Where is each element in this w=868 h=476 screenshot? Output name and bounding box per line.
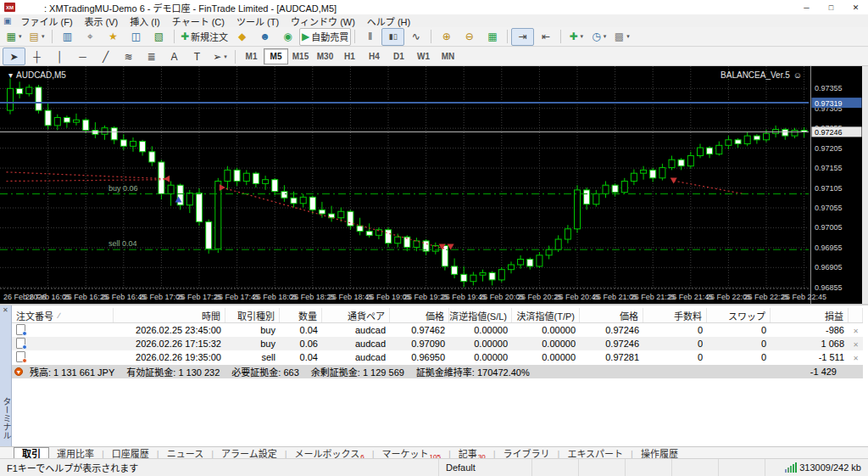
menu-item-3[interactable]: チャート (C) xyxy=(166,14,231,28)
chart-area[interactable]: buy 0.06sell 0.040.973550.973050.972550.… xyxy=(0,66,868,304)
close-position-button[interactable]: ✕ xyxy=(853,355,859,362)
text-button[interactable]: A xyxy=(163,48,186,65)
templates-button[interactable]: ▩▾ xyxy=(610,28,633,46)
column-header-1[interactable]: 時間 xyxy=(114,308,225,322)
column-header-10[interactable]: スワップ xyxy=(707,308,771,322)
toolbar-separator xyxy=(431,30,431,43)
autotrading-button[interactable]: ▶自動売買 xyxy=(299,28,351,46)
candle-chart-icon: ▮▯ xyxy=(389,32,398,41)
new-chart-button[interactable]: ▦▾ xyxy=(3,28,25,46)
column-header-6[interactable]: 決済逆指値(S/L) xyxy=(449,308,512,322)
order-row-0[interactable]: 2026.02.25 23:45:00buy0.04audcad0.974620… xyxy=(12,323,863,337)
crosshair-button[interactable]: ┼ xyxy=(25,48,48,65)
summary-part-4: 証拠金維持率: 170472.40% xyxy=(416,367,530,378)
auto-scroll-button[interactable]: ⇥ xyxy=(511,28,534,46)
timeframe-m1-button[interactable]: M1 xyxy=(239,48,264,64)
chart-shift-button[interactable]: ⇤ xyxy=(534,28,557,46)
balance-icon: ▼ xyxy=(14,367,23,376)
timeframe-m30-button[interactable]: M30 xyxy=(313,48,337,64)
connection-status: 313009/242 kb xyxy=(778,459,868,476)
maximize-button[interactable]: □ xyxy=(819,0,843,14)
periods-button[interactable]: ◷▾ xyxy=(587,28,610,46)
timeframe-m5-button[interactable]: M5 xyxy=(264,48,288,64)
menu-item-2[interactable]: 挿入 (I) xyxy=(124,14,165,28)
menu-item-0[interactable]: ファイル (F) xyxy=(14,14,78,28)
chevron-down-icon[interactable]: ▾ xyxy=(604,33,607,40)
zoom-out-button[interactable]: ⊖ xyxy=(458,28,481,46)
cursor-button[interactable]: ➤ xyxy=(3,48,25,65)
column-header-8[interactable]: 価格 xyxy=(580,308,643,322)
close-position-button[interactable]: ✕ xyxy=(853,341,859,349)
fibonacci-button[interactable]: ≣ xyxy=(140,48,163,65)
menu-item-1[interactable]: 表示 (V) xyxy=(79,14,125,28)
channels-button[interactable]: ≋ xyxy=(117,48,140,65)
chevron-down-icon[interactable]: ▾ xyxy=(224,53,227,60)
tile-windows-button[interactable]: ▦ xyxy=(481,28,504,46)
menu-item-6[interactable]: ヘルプ (H) xyxy=(361,14,416,28)
signal-bars-icon xyxy=(785,462,798,473)
column-header-2[interactable]: 取引種別 xyxy=(225,308,280,322)
timeframe-h1-button[interactable]: H1 xyxy=(337,48,362,64)
column-header-4[interactable]: 通貨ペア xyxy=(322,308,390,322)
zoom-in-button[interactable]: ⊕ xyxy=(435,28,458,46)
timeframe-mn-button[interactable]: MN xyxy=(436,48,460,64)
status-profile-cell[interactable]: Default xyxy=(439,459,532,476)
menu-bar: ▣ ファイル (F)表示 (V)挿入 (I)チャート (C)ツール (T)ウィン… xyxy=(0,14,868,27)
column-header-3[interactable]: 数量 xyxy=(280,308,322,322)
timeframe-h4-button[interactable]: H4 xyxy=(362,48,387,64)
timeframe-w1-button[interactable]: W1 xyxy=(411,48,436,64)
chart-symbol-label[interactable]: ▾ AUDCAD,M5 xyxy=(8,70,66,80)
line-chart-button[interactable]: ∿ xyxy=(404,28,427,46)
close-position-button[interactable]: ✕ xyxy=(853,328,859,335)
column-header-9[interactable]: 手数料 xyxy=(643,308,707,322)
community-button[interactable]: ☻ xyxy=(253,28,276,46)
menu-item-4[interactable]: ツール (T) xyxy=(231,14,285,28)
timeframe-d1-button[interactable]: D1 xyxy=(387,48,411,64)
arrows-button[interactable]: ➢▾ xyxy=(209,48,231,65)
auto-scroll-icon: ⇥ xyxy=(519,31,527,42)
chevron-down-icon[interactable]: ▾ xyxy=(581,33,584,40)
trendline-button[interactable]: ╱ xyxy=(94,48,117,65)
navigator-button[interactable]: ★ xyxy=(102,28,125,46)
new-chart-icon: ▦ xyxy=(7,31,16,42)
close-button[interactable]: ✕ xyxy=(843,0,868,14)
arrows-icon: ➢ xyxy=(213,51,221,63)
text-label-button[interactable]: T xyxy=(186,48,209,65)
minimize-button[interactable]: ─ xyxy=(794,0,819,14)
candlestick-chart[interactable]: buy 0.06sell 0.040.973550.973050.972550.… xyxy=(0,66,862,304)
order-row-2[interactable]: 2026.02.26 19:35:00sell0.04audcad0.96950… xyxy=(12,350,863,364)
vertical-line-button[interactable]: │ xyxy=(48,48,71,65)
column-header-5[interactable]: 価格 xyxy=(390,308,449,322)
terminal-close-icon[interactable]: ✕ xyxy=(3,306,8,314)
candle-chart-button[interactable]: ▮▯ xyxy=(381,28,404,46)
new-order-button[interactable]: ✚新規注文 xyxy=(178,28,231,46)
chevron-down-icon[interactable]: ▾ xyxy=(42,33,45,40)
order-cell-4: audcad xyxy=(322,339,390,349)
orders-table-header[interactable]: 注文番号∕時間取引種別数量通貨ペア価格決済逆指値(S/L)決済指値(T/P)価格… xyxy=(12,308,863,323)
bar-chart-button[interactable]: ‖ xyxy=(359,28,381,46)
open-profile-button[interactable]: ▤▾ xyxy=(25,28,48,46)
market-watch-button[interactable]: ▥ xyxy=(56,28,79,46)
signals-button[interactable]: ◉ xyxy=(276,28,299,46)
timeframe-m15-button[interactable]: M15 xyxy=(288,48,313,64)
metaeditor-button[interactable]: ◆ xyxy=(231,28,253,46)
order-row-1[interactable]: 2026.02.26 17:15:32buy0.06audcad0.970900… xyxy=(12,337,863,350)
terminal-side-tab[interactable]: ✕ ターミナル xyxy=(0,305,12,446)
zoom-in-icon: ⊕ xyxy=(442,31,451,42)
chart-window-icon[interactable]: ▣ xyxy=(3,16,11,25)
terminal-panel-button[interactable]: ◫ xyxy=(125,28,147,46)
order-cell-3: 0.04 xyxy=(280,352,322,362)
ea-smiley-icon[interactable]: ☺ xyxy=(793,70,802,80)
indicators-button[interactable]: ✚▾ xyxy=(565,28,587,46)
data-window-button[interactable]: ⌖ xyxy=(79,28,102,46)
column-header-0[interactable]: 注文番号∕ xyxy=(12,308,114,322)
summary-part-3: 余剰証拠金: 1 129 569 xyxy=(311,367,404,378)
menu-item-5[interactable]: ウィンドウ (W) xyxy=(285,14,361,28)
chevron-down-icon[interactable]: ▾ xyxy=(626,33,630,40)
collapse-icon[interactable]: ▾ xyxy=(8,70,13,80)
horizontal-line-button[interactable]: ─ xyxy=(71,48,94,65)
chevron-down-icon[interactable]: ▾ xyxy=(19,33,22,40)
column-header-11[interactable]: 損益 xyxy=(771,308,849,322)
column-header-7[interactable]: 決済指値(T/P) xyxy=(512,308,580,322)
strategy-tester-button[interactable]: ▧ xyxy=(147,28,170,46)
